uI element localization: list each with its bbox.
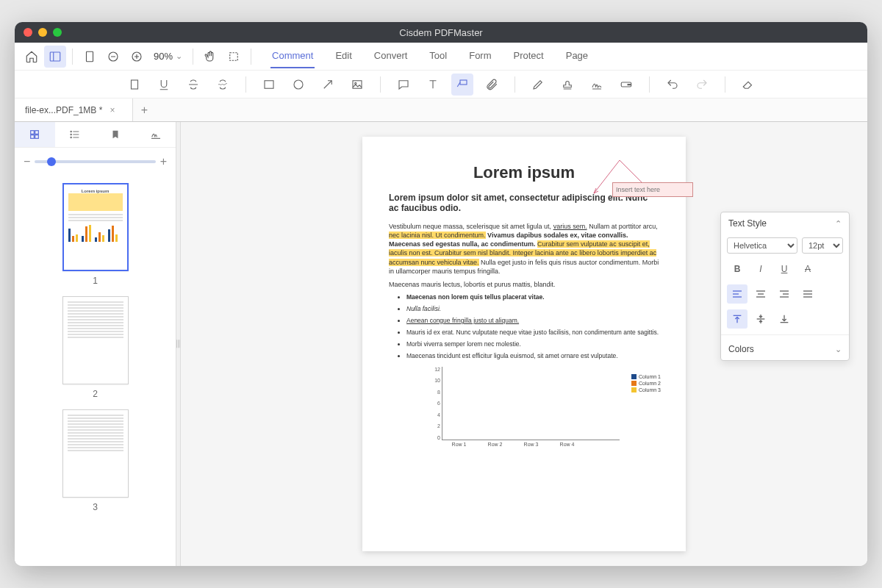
hand-tool-button[interactable] <box>199 46 221 68</box>
thumbnail-list: Lorem ipsum 1 2 3 <box>15 176 176 566</box>
page-canvas[interactable]: Insert text here Lorem ipsum Lorem ipsum… <box>181 122 867 566</box>
embedded-chart: 121086420 Column 1Column 2Column 3 Row 1… <box>429 367 620 448</box>
align-right-button[interactable] <box>774 284 795 304</box>
valign-middle-button[interactable] <box>750 309 771 329</box>
annotation-toolbar <box>15 71 867 98</box>
bookmarks-tab[interactable] <box>96 122 136 147</box>
valign-bottom-button[interactable] <box>774 309 795 329</box>
zoom-out-button[interactable] <box>102 46 124 68</box>
svg-rect-19 <box>460 80 467 85</box>
link-button[interactable] <box>615 74 637 96</box>
highlight-button[interactable] <box>123 74 146 96</box>
tab-tool[interactable]: Tool <box>428 44 448 68</box>
text-button[interactable] <box>422 74 444 96</box>
colors-label: Colors <box>728 344 754 354</box>
align-justify-button[interactable] <box>797 284 818 304</box>
svg-rect-15 <box>353 80 362 88</box>
arrow-shape-button[interactable] <box>317 74 339 96</box>
thumbnail-zoom-slider[interactable]: − + <box>15 148 176 176</box>
pencil-button[interactable] <box>527 74 549 96</box>
svg-rect-24 <box>31 131 35 135</box>
mode-tabs: Comment Edit Convert Tool Form Protect P… <box>270 44 589 68</box>
doc-paragraph: Maecenas mauris lectus, lobortis et puru… <box>389 280 659 289</box>
chevron-up-icon: ⌃ <box>835 219 842 229</box>
thumbnail-page-3[interactable] <box>62 409 129 498</box>
align-left-button[interactable] <box>727 284 747 304</box>
list-item: Maecenas tincidunt est efficitur ligula … <box>406 352 659 359</box>
colors-header[interactable]: Colors⌄ <box>721 338 849 360</box>
svg-rect-25 <box>35 131 39 135</box>
thumbnail-label: 3 <box>15 502 176 512</box>
italic-button[interactable]: I <box>750 259 771 279</box>
zoom-in-button[interactable] <box>126 46 148 68</box>
tab-comment[interactable]: Comment <box>270 44 315 68</box>
svg-rect-0 <box>50 52 60 61</box>
text-style-header[interactable]: Text Style⌃ <box>721 212 849 234</box>
list-item: Morbi viverra semper lorem nec molestie. <box>406 340 659 348</box>
strikethrough-button[interactable] <box>182 74 204 96</box>
svg-rect-27 <box>35 135 39 139</box>
add-tab-button[interactable]: + <box>133 104 155 117</box>
app-window: Cisdem PDFMaster 90%⌄ Comment Edit Conve… <box>15 22 867 566</box>
underline-button[interactable] <box>153 74 175 96</box>
note-button[interactable] <box>392 74 415 96</box>
svg-point-32 <box>71 134 71 135</box>
svg-rect-12 <box>265 80 273 88</box>
tab-page[interactable]: Page <box>564 44 589 68</box>
thumbnail-page-2[interactable] <box>62 296 129 384</box>
callout-placeholder: Insert text here <box>616 186 660 193</box>
tab-form[interactable]: Form <box>467 44 492 68</box>
doc-list: Maecenas non lorem quis tellus placerat … <box>406 293 659 359</box>
thumbnails-tab[interactable] <box>15 122 55 147</box>
valign-top-button[interactable] <box>727 309 747 329</box>
select-tool-button[interactable] <box>223 46 245 68</box>
text-style-panel: Text Style⌃ Helvetica 12pt B I U A <box>720 212 850 361</box>
window-title: Cisdem PDFMaster <box>15 27 867 38</box>
annotations-tab[interactable] <box>135 122 176 147</box>
thumbnail-label: 1 <box>15 276 176 286</box>
sidebar: − + Lorem ipsum 1 2 3 <box>15 122 176 566</box>
attachment-button[interactable] <box>481 74 503 96</box>
callout-button[interactable] <box>451 74 473 96</box>
list-item: Nulla facilisi. <box>406 305 659 312</box>
rectangle-button[interactable] <box>258 74 280 96</box>
document-tab-label: file-ex...PDF_1MB * <box>25 105 102 115</box>
signature-button[interactable] <box>586 74 608 96</box>
outline-tab[interactable] <box>55 122 96 147</box>
svg-point-13 <box>294 80 303 89</box>
strikethrough-style-button[interactable]: A <box>797 259 818 279</box>
zoom-dropdown[interactable]: 90%⌄ <box>149 51 187 62</box>
bold-button[interactable]: B <box>727 259 747 279</box>
redo-button[interactable] <box>691 74 713 96</box>
close-tab-icon[interactable]: × <box>110 105 115 115</box>
svg-rect-26 <box>31 135 35 139</box>
svg-point-33 <box>71 137 71 137</box>
align-center-button[interactable] <box>750 284 771 304</box>
doc-paragraph: Vestibulum neque massa, scelerisque sit … <box>389 222 659 276</box>
fit-page-button[interactable] <box>79 46 101 68</box>
eraser-button[interactable] <box>737 74 759 96</box>
underline-style-button[interactable]: U <box>774 259 795 279</box>
undo-button[interactable] <box>662 74 684 96</box>
image-button[interactable] <box>346 74 368 96</box>
list-item: Mauris id ex erat. Nunc vulputate neque … <box>406 329 659 336</box>
stamp-button[interactable] <box>556 74 578 96</box>
svg-line-14 <box>323 80 331 88</box>
list-item: Maecenas non lorem quis tellus placerat … <box>406 293 659 301</box>
callout-textbox[interactable]: Insert text here <box>612 182 693 197</box>
list-item: Aenean congue fringilla justo ut aliquam… <box>406 317 659 324</box>
titlebar[interactable]: Cisdem PDFMaster <box>15 22 867 43</box>
home-button[interactable] <box>21 46 43 68</box>
oval-button[interactable] <box>287 74 309 96</box>
squiggly-button[interactable] <box>212 74 234 96</box>
sidebar-toggle-button[interactable] <box>44 46 66 68</box>
document-tab[interactable]: file-ex...PDF_1MB * × <box>15 98 133 121</box>
text-style-label: Text Style <box>728 218 767 229</box>
svg-rect-9 <box>131 80 137 89</box>
tab-edit[interactable]: Edit <box>334 44 353 68</box>
font-family-select[interactable]: Helvetica <box>727 237 797 254</box>
tab-convert[interactable]: Convert <box>373 44 409 68</box>
thumbnail-page-1[interactable]: Lorem ipsum <box>62 183 129 271</box>
tab-protect[interactable]: Protect <box>512 44 545 68</box>
font-size-select[interactable]: 12pt <box>802 237 843 254</box>
